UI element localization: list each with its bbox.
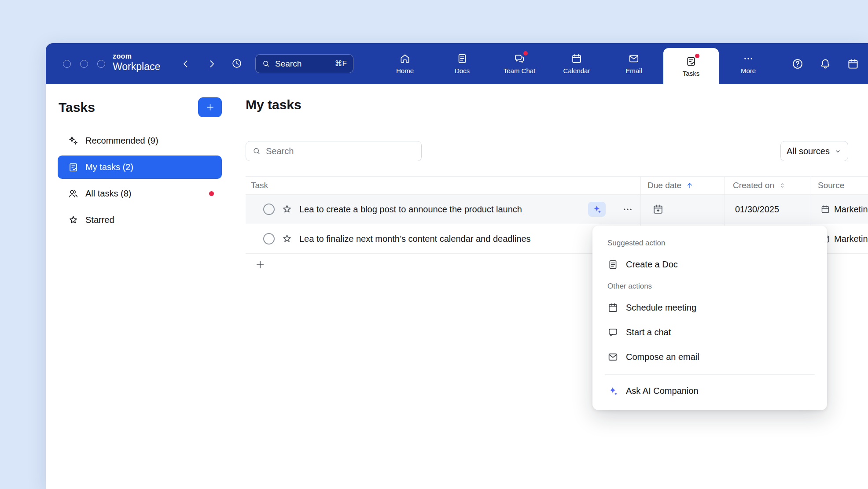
task-row[interactable]: Lea to create a blog post to announce th… [246, 195, 868, 224]
star-task-icon[interactable] [281, 204, 293, 215]
nav-docs[interactable]: Docs [434, 43, 490, 84]
doc-icon [607, 259, 618, 270]
new-task-button[interactable] [198, 97, 222, 117]
sort-toggle-icon[interactable] [778, 182, 786, 189]
bell-icon [819, 58, 831, 70]
sidebar-item-recommended[interactable]: Recommended (9) [58, 129, 222, 152]
task-title: Lea to finalize next month’s content cal… [299, 234, 531, 244]
chevron-down-icon [834, 147, 842, 156]
nav-team-chat[interactable]: Team Chat [492, 43, 547, 84]
table-header-row: Task Due date Created on Source [246, 176, 868, 195]
ai-actions-menu: Suggested action Create a Doc Other acti… [592, 226, 827, 410]
ellipsis-icon [622, 204, 633, 215]
history-button[interactable] [230, 57, 243, 70]
column-header-task[interactable]: Task [246, 177, 640, 194]
home-icon [399, 53, 411, 64]
email-icon [628, 53, 640, 64]
sidebar-header: Tasks [46, 84, 234, 117]
due-date-cell [640, 195, 724, 224]
nav-email-label: Email [625, 67, 642, 74]
window-control-circle[interactable] [63, 60, 71, 68]
nav-calendar-label: Calendar [563, 67, 590, 74]
help-button[interactable] [791, 58, 804, 70]
calendar-panel-button[interactable] [847, 58, 859, 70]
sidebar-item-label: Recommended (9) [85, 136, 158, 146]
star-icon [68, 215, 79, 226]
source-value: Marketing [834, 204, 868, 215]
tasks-search[interactable] [246, 141, 422, 161]
window-control-circle[interactable] [97, 60, 105, 68]
menu-item-label: Schedule meeting [626, 303, 696, 313]
add-due-date-button[interactable] [652, 204, 664, 215]
task-complete-radio[interactable] [263, 204, 275, 215]
notifications-button[interactable] [819, 58, 831, 70]
nav-email[interactable]: Email [606, 43, 662, 84]
source-cell: Marketing [810, 195, 868, 224]
sidebar-item-label: My tasks (2) [85, 162, 133, 172]
menu-item-compose-an-email[interactable]: Compose an email [592, 345, 827, 369]
window-controls [63, 60, 105, 68]
tasks-sidebar: Tasks Recommended (9) My tasks (2) All t… [46, 84, 234, 489]
ai-sparkle-icon [592, 204, 602, 214]
sources-filter-dropdown[interactable]: All sources [780, 141, 848, 161]
task-cell: Lea to finalize next month’s content cal… [246, 224, 640, 253]
tasks-notification-dot [695, 54, 699, 58]
my-tasks-panel: My tasks All sources Task Due date Creat… [234, 84, 868, 489]
calendar-panel-icon [847, 58, 859, 70]
window-control-circle[interactable] [80, 60, 88, 68]
plus-icon [205, 102, 215, 112]
star-task-icon[interactable] [281, 233, 293, 244]
search-shortcut-hint: ⌘F [335, 59, 347, 68]
nav-more-label: More [741, 67, 756, 74]
add-due-date-icon [652, 204, 664, 215]
chevron-left-icon [180, 58, 191, 70]
menu-section-label: Other actions [592, 277, 827, 295]
created-on-value: 01/30/2025 [735, 204, 779, 215]
nav-tasks-label: Tasks [683, 70, 699, 77]
created-on-cell: 01/30/2025 [724, 195, 810, 224]
email-icon [607, 352, 618, 363]
nav-home-label: Home [396, 67, 414, 74]
history-icon [231, 58, 243, 69]
forward-button[interactable] [205, 57, 218, 70]
ai-companion-actions-button[interactable] [588, 202, 606, 217]
zoom-workplace-logo: zoom Workplace [113, 52, 160, 72]
task-cell: Lea to create a blog post to announce th… [246, 195, 640, 224]
task-complete-radio[interactable] [263, 233, 275, 244]
chevron-right-icon [206, 58, 217, 70]
sidebar-item-my-tasks[interactable]: My tasks (2) [58, 156, 222, 179]
docs-icon [456, 53, 468, 64]
menu-item-start-a-chat[interactable]: Start a chat [592, 320, 827, 345]
my-tasks-icon [68, 162, 79, 173]
nav-calendar[interactable]: Calendar [549, 43, 604, 84]
page-title: My tasks [246, 97, 302, 112]
column-header-due-date[interactable]: Due date [640, 177, 724, 194]
people-icon [68, 188, 79, 199]
menu-item-schedule-meeting[interactable]: Schedule meeting [592, 295, 827, 320]
chat-bubble-icon [607, 327, 618, 338]
column-header-source[interactable]: Source [810, 177, 868, 194]
tasks-search-input[interactable] [266, 146, 415, 156]
plus-icon [254, 259, 266, 270]
window-body: Tasks Recommended (9) My tasks (2) All t… [46, 84, 868, 489]
nav-home[interactable]: Home [377, 43, 433, 84]
task-more-button[interactable] [622, 204, 633, 215]
global-search[interactable]: Search ⌘F [255, 54, 353, 73]
sidebar-item-label: Starred [85, 215, 114, 225]
menu-item-ask-ai-companion[interactable]: Ask AI Companion [592, 378, 827, 403]
task-title: Lea to create a blog post to announce th… [299, 204, 522, 215]
menu-item-label: Create a Doc [626, 259, 678, 270]
menu-item-label: Start a chat [626, 327, 671, 337]
sort-ascending-icon[interactable] [685, 181, 694, 190]
calendar-icon [571, 53, 582, 64]
nav-more[interactable]: More [721, 43, 776, 84]
more-icon [743, 53, 754, 64]
add-task-button[interactable] [254, 259, 266, 270]
nav-tasks[interactable]: Tasks [663, 48, 719, 84]
column-header-created-on[interactable]: Created on [724, 177, 810, 194]
menu-item-create-a-doc[interactable]: Create a Doc [592, 252, 827, 277]
sidebar-item-all-tasks[interactable]: All tasks (8) [58, 182, 222, 205]
sidebar-item-label: All tasks (8) [85, 189, 131, 199]
sidebar-item-starred[interactable]: Starred [58, 208, 222, 232]
back-button[interactable] [179, 57, 192, 70]
